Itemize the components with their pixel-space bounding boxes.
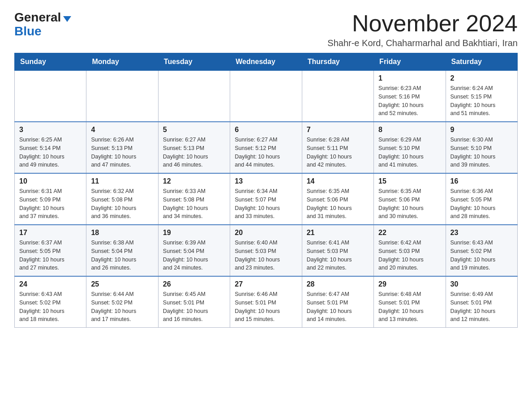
day-number: 4 xyxy=(91,126,153,134)
day-info: Sunrise: 6:40 AMSunset: 5:03 PMDaylight:… xyxy=(235,239,297,272)
calendar-cell: 14Sunrise: 6:35 AMSunset: 5:06 PMDayligh… xyxy=(302,173,373,225)
day-number: 10 xyxy=(19,177,82,185)
day-number: 3 xyxy=(19,126,82,134)
day-number: 12 xyxy=(163,177,225,185)
day-number: 24 xyxy=(19,280,82,288)
day-info: Sunrise: 6:46 AMSunset: 5:01 PMDaylight:… xyxy=(235,290,297,324)
day-info: Sunrise: 6:27 AMSunset: 5:13 PMDaylight:… xyxy=(163,136,225,169)
location-title: Shahr-e Kord, Chaharmarhal and Bakhtiari… xyxy=(327,38,518,48)
weekday-header-sunday: Sunday xyxy=(15,53,86,71)
day-number: 6 xyxy=(235,126,297,134)
calendar-cell: 8Sunrise: 6:29 AMSunset: 5:10 PMDaylight… xyxy=(374,122,446,173)
day-number: 1 xyxy=(378,74,441,82)
logo-blue: Blue xyxy=(14,25,42,39)
day-info: Sunrise: 6:25 AMSunset: 5:14 PMDaylight:… xyxy=(19,136,82,169)
day-info: Sunrise: 6:37 AMSunset: 5:05 PMDaylight:… xyxy=(19,239,82,272)
header: General Blue November 2024 Shahr-e Kord,… xyxy=(14,11,518,48)
calendar-cell: 13Sunrise: 6:34 AMSunset: 5:07 PMDayligh… xyxy=(230,173,302,225)
day-number: 11 xyxy=(91,177,153,185)
calendar-cell: 19Sunrise: 6:39 AMSunset: 5:04 PMDayligh… xyxy=(158,225,230,276)
week-row-2: 3Sunrise: 6:25 AMSunset: 5:14 PMDaylight… xyxy=(15,122,518,173)
day-number: 9 xyxy=(450,126,513,134)
day-number: 28 xyxy=(307,280,369,288)
day-number: 14 xyxy=(307,177,369,185)
weekday-header-saturday: Saturday xyxy=(446,53,517,71)
day-info: Sunrise: 6:30 AMSunset: 5:10 PMDaylight:… xyxy=(450,136,513,169)
day-info: Sunrise: 6:26 AMSunset: 5:13 PMDaylight:… xyxy=(91,136,153,169)
calendar-cell: 6Sunrise: 6:27 AMSunset: 5:12 PMDaylight… xyxy=(230,122,302,173)
weekday-header-friday: Friday xyxy=(374,53,446,71)
calendar-cell: 1Sunrise: 6:23 AMSunset: 5:16 PMDaylight… xyxy=(374,71,446,122)
day-info: Sunrise: 6:34 AMSunset: 5:07 PMDaylight:… xyxy=(235,187,297,221)
weekday-header-row: SundayMondayTuesdayWednesdayThursdayFrid… xyxy=(15,53,518,71)
day-number: 20 xyxy=(235,229,297,237)
calendar-cell: 16Sunrise: 6:36 AMSunset: 5:05 PMDayligh… xyxy=(446,173,517,225)
weekday-header-wednesday: Wednesday xyxy=(230,53,302,71)
week-row-5: 24Sunrise: 6:43 AMSunset: 5:02 PMDayligh… xyxy=(15,276,518,328)
day-info: Sunrise: 6:28 AMSunset: 5:11 PMDaylight:… xyxy=(307,136,369,169)
day-number: 16 xyxy=(450,177,513,185)
calendar-cell: 5Sunrise: 6:27 AMSunset: 5:13 PMDaylight… xyxy=(158,122,230,173)
weekday-header-monday: Monday xyxy=(86,53,158,71)
day-info: Sunrise: 6:49 AMSunset: 5:01 PMDaylight:… xyxy=(450,290,513,324)
day-number: 5 xyxy=(163,126,225,134)
calendar-cell: 23Sunrise: 6:43 AMSunset: 5:02 PMDayligh… xyxy=(446,225,517,276)
day-info: Sunrise: 6:32 AMSunset: 5:08 PMDaylight:… xyxy=(91,187,153,221)
day-number: 25 xyxy=(91,280,153,288)
title-block: November 2024 Shahr-e Kord, Chaharmarhal… xyxy=(327,11,518,48)
day-number: 19 xyxy=(163,229,225,237)
day-number: 15 xyxy=(378,177,441,185)
day-info: Sunrise: 6:24 AMSunset: 5:15 PMDaylight:… xyxy=(450,84,513,118)
day-number: 21 xyxy=(307,229,369,237)
weekday-header-tuesday: Tuesday xyxy=(158,53,230,71)
day-info: Sunrise: 6:23 AMSunset: 5:16 PMDaylight:… xyxy=(378,84,441,118)
day-info: Sunrise: 6:39 AMSunset: 5:04 PMDaylight:… xyxy=(163,239,225,272)
day-info: Sunrise: 6:42 AMSunset: 5:03 PMDaylight:… xyxy=(378,239,441,272)
calendar-cell: 10Sunrise: 6:31 AMSunset: 5:09 PMDayligh… xyxy=(15,173,86,225)
day-number: 23 xyxy=(450,229,513,237)
day-info: Sunrise: 6:38 AMSunset: 5:04 PMDaylight:… xyxy=(91,239,153,272)
day-info: Sunrise: 6:27 AMSunset: 5:12 PMDaylight:… xyxy=(235,136,297,169)
calendar-cell xyxy=(230,71,302,122)
day-number: 13 xyxy=(235,177,297,185)
calendar-cell: 3Sunrise: 6:25 AMSunset: 5:14 PMDaylight… xyxy=(15,122,86,173)
calendar-cell: 7Sunrise: 6:28 AMSunset: 5:11 PMDaylight… xyxy=(302,122,373,173)
day-info: Sunrise: 6:43 AMSunset: 5:02 PMDaylight:… xyxy=(19,290,82,324)
day-info: Sunrise: 6:35 AMSunset: 5:06 PMDaylight:… xyxy=(378,187,441,221)
week-row-4: 17Sunrise: 6:37 AMSunset: 5:05 PMDayligh… xyxy=(15,225,518,276)
logo: General Blue xyxy=(14,11,71,39)
day-info: Sunrise: 6:29 AMSunset: 5:10 PMDaylight:… xyxy=(378,136,441,169)
calendar-cell xyxy=(15,71,86,122)
calendar-cell: 29Sunrise: 6:48 AMSunset: 5:01 PMDayligh… xyxy=(374,276,446,328)
logo-arrow-icon xyxy=(63,16,71,22)
day-number: 22 xyxy=(378,229,441,237)
day-info: Sunrise: 6:33 AMSunset: 5:08 PMDaylight:… xyxy=(163,187,225,221)
week-row-1: 1Sunrise: 6:23 AMSunset: 5:16 PMDaylight… xyxy=(15,71,518,122)
calendar-table: SundayMondayTuesdayWednesdayThursdayFrid… xyxy=(14,53,518,328)
calendar-cell: 30Sunrise: 6:49 AMSunset: 5:01 PMDayligh… xyxy=(446,276,517,328)
calendar-cell: 24Sunrise: 6:43 AMSunset: 5:02 PMDayligh… xyxy=(15,276,86,328)
month-title: November 2024 xyxy=(327,11,518,36)
calendar-cell: 27Sunrise: 6:46 AMSunset: 5:01 PMDayligh… xyxy=(230,276,302,328)
day-info: Sunrise: 6:44 AMSunset: 5:02 PMDaylight:… xyxy=(91,290,153,324)
day-number: 29 xyxy=(378,280,441,288)
day-number: 17 xyxy=(19,229,82,237)
day-info: Sunrise: 6:47 AMSunset: 5:01 PMDaylight:… xyxy=(307,290,369,324)
week-row-3: 10Sunrise: 6:31 AMSunset: 5:09 PMDayligh… xyxy=(15,173,518,225)
calendar-cell: 18Sunrise: 6:38 AMSunset: 5:04 PMDayligh… xyxy=(86,225,158,276)
calendar-cell: 4Sunrise: 6:26 AMSunset: 5:13 PMDaylight… xyxy=(86,122,158,173)
calendar-cell: 26Sunrise: 6:45 AMSunset: 5:01 PMDayligh… xyxy=(158,276,230,328)
day-info: Sunrise: 6:35 AMSunset: 5:06 PMDaylight:… xyxy=(307,187,369,221)
day-info: Sunrise: 6:45 AMSunset: 5:01 PMDaylight:… xyxy=(163,290,225,324)
day-number: 8 xyxy=(378,126,441,134)
calendar-cell: 11Sunrise: 6:32 AMSunset: 5:08 PMDayligh… xyxy=(86,173,158,225)
calendar-cell: 2Sunrise: 6:24 AMSunset: 5:15 PMDaylight… xyxy=(446,71,517,122)
day-number: 30 xyxy=(450,280,513,288)
weekday-header-thursday: Thursday xyxy=(302,53,373,71)
day-info: Sunrise: 6:43 AMSunset: 5:02 PMDaylight:… xyxy=(450,239,513,272)
calendar-cell: 12Sunrise: 6:33 AMSunset: 5:08 PMDayligh… xyxy=(158,173,230,225)
day-info: Sunrise: 6:36 AMSunset: 5:05 PMDaylight:… xyxy=(450,187,513,221)
day-number: 26 xyxy=(163,280,225,288)
day-number: 18 xyxy=(91,229,153,237)
day-number: 2 xyxy=(450,74,513,82)
